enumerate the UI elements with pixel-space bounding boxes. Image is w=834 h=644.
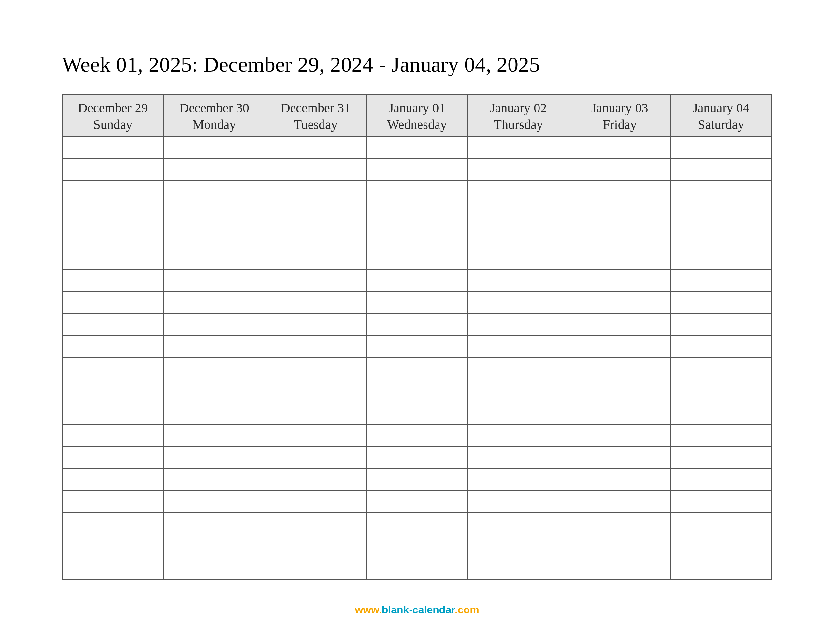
calendar-cell[interactable]: [671, 225, 772, 247]
calendar-cell[interactable]: [569, 158, 671, 181]
calendar-cell[interactable]: [569, 491, 671, 513]
calendar-cell[interactable]: [62, 513, 163, 535]
calendar-cell[interactable]: [265, 557, 366, 579]
calendar-cell[interactable]: [671, 291, 772, 313]
calendar-cell[interactable]: [671, 557, 772, 579]
calendar-cell[interactable]: [366, 535, 467, 557]
calendar-cell[interactable]: [163, 380, 265, 402]
calendar-cell[interactable]: [265, 225, 366, 247]
calendar-cell[interactable]: [671, 468, 772, 491]
calendar-cell[interactable]: [671, 402, 772, 424]
calendar-cell[interactable]: [569, 291, 671, 313]
calendar-cell[interactable]: [62, 446, 163, 468]
calendar-cell[interactable]: [163, 291, 265, 313]
calendar-cell[interactable]: [366, 513, 467, 535]
calendar-cell[interactable]: [366, 468, 467, 491]
calendar-cell[interactable]: [366, 402, 467, 424]
calendar-cell[interactable]: [569, 313, 671, 336]
calendar-cell[interactable]: [468, 225, 569, 247]
calendar-cell[interactable]: [468, 181, 569, 203]
calendar-cell[interactable]: [163, 557, 265, 579]
calendar-cell[interactable]: [569, 557, 671, 579]
calendar-cell[interactable]: [366, 136, 467, 158]
calendar-cell[interactable]: [163, 468, 265, 491]
calendar-cell[interactable]: [163, 225, 265, 247]
calendar-cell[interactable]: [468, 269, 569, 291]
calendar-cell[interactable]: [366, 446, 467, 468]
calendar-cell[interactable]: [62, 358, 163, 380]
calendar-cell[interactable]: [62, 181, 163, 203]
calendar-cell[interactable]: [265, 291, 366, 313]
calendar-cell[interactable]: [569, 336, 671, 358]
calendar-cell[interactable]: [671, 313, 772, 336]
calendar-cell[interactable]: [62, 535, 163, 557]
calendar-cell[interactable]: [569, 380, 671, 402]
calendar-cell[interactable]: [468, 557, 569, 579]
calendar-cell[interactable]: [265, 136, 366, 158]
calendar-cell[interactable]: [62, 247, 163, 269]
calendar-cell[interactable]: [468, 424, 569, 446]
calendar-cell[interactable]: [163, 269, 265, 291]
calendar-cell[interactable]: [366, 247, 467, 269]
calendar-cell[interactable]: [62, 203, 163, 225]
calendar-cell[interactable]: [163, 358, 265, 380]
calendar-cell[interactable]: [569, 424, 671, 446]
calendar-cell[interactable]: [671, 203, 772, 225]
calendar-cell[interactable]: [468, 402, 569, 424]
calendar-cell[interactable]: [265, 491, 366, 513]
calendar-cell[interactable]: [569, 269, 671, 291]
calendar-cell[interactable]: [366, 203, 467, 225]
calendar-cell[interactable]: [569, 446, 671, 468]
calendar-cell[interactable]: [163, 535, 265, 557]
calendar-cell[interactable]: [468, 203, 569, 225]
calendar-cell[interactable]: [163, 158, 265, 181]
calendar-cell[interactable]: [671, 158, 772, 181]
calendar-cell[interactable]: [265, 380, 366, 402]
calendar-cell[interactable]: [671, 181, 772, 203]
calendar-cell[interactable]: [366, 269, 467, 291]
calendar-cell[interactable]: [569, 535, 671, 557]
calendar-cell[interactable]: [265, 181, 366, 203]
calendar-cell[interactable]: [569, 358, 671, 380]
calendar-cell[interactable]: [468, 313, 569, 336]
calendar-cell[interactable]: [366, 181, 467, 203]
calendar-cell[interactable]: [468, 535, 569, 557]
calendar-cell[interactable]: [366, 491, 467, 513]
calendar-cell[interactable]: [671, 136, 772, 158]
calendar-cell[interactable]: [366, 313, 467, 336]
calendar-cell[interactable]: [671, 424, 772, 446]
calendar-cell[interactable]: [62, 136, 163, 158]
calendar-cell[interactable]: [468, 446, 569, 468]
calendar-cell[interactable]: [569, 247, 671, 269]
calendar-cell[interactable]: [163, 402, 265, 424]
calendar-cell[interactable]: [366, 424, 467, 446]
calendar-cell[interactable]: [163, 313, 265, 336]
calendar-cell[interactable]: [671, 446, 772, 468]
calendar-cell[interactable]: [671, 491, 772, 513]
calendar-cell[interactable]: [468, 358, 569, 380]
calendar-cell[interactable]: [468, 247, 569, 269]
calendar-cell[interactable]: [671, 336, 772, 358]
calendar-cell[interactable]: [671, 358, 772, 380]
calendar-cell[interactable]: [366, 380, 467, 402]
calendar-cell[interactable]: [163, 203, 265, 225]
calendar-cell[interactable]: [62, 491, 163, 513]
footer-url[interactable]: www.blank-calendar.com: [0, 604, 834, 616]
calendar-cell[interactable]: [62, 336, 163, 358]
calendar-cell[interactable]: [265, 247, 366, 269]
calendar-cell[interactable]: [62, 291, 163, 313]
calendar-cell[interactable]: [163, 136, 265, 158]
calendar-cell[interactable]: [265, 468, 366, 491]
calendar-cell[interactable]: [163, 446, 265, 468]
calendar-cell[interactable]: [468, 291, 569, 313]
calendar-cell[interactable]: [366, 557, 467, 579]
calendar-cell[interactable]: [468, 336, 569, 358]
calendar-cell[interactable]: [163, 247, 265, 269]
calendar-cell[interactable]: [468, 380, 569, 402]
calendar-cell[interactable]: [163, 181, 265, 203]
calendar-cell[interactable]: [671, 269, 772, 291]
calendar-cell[interactable]: [62, 402, 163, 424]
calendar-cell[interactable]: [62, 313, 163, 336]
calendar-cell[interactable]: [569, 203, 671, 225]
calendar-cell[interactable]: [62, 380, 163, 402]
